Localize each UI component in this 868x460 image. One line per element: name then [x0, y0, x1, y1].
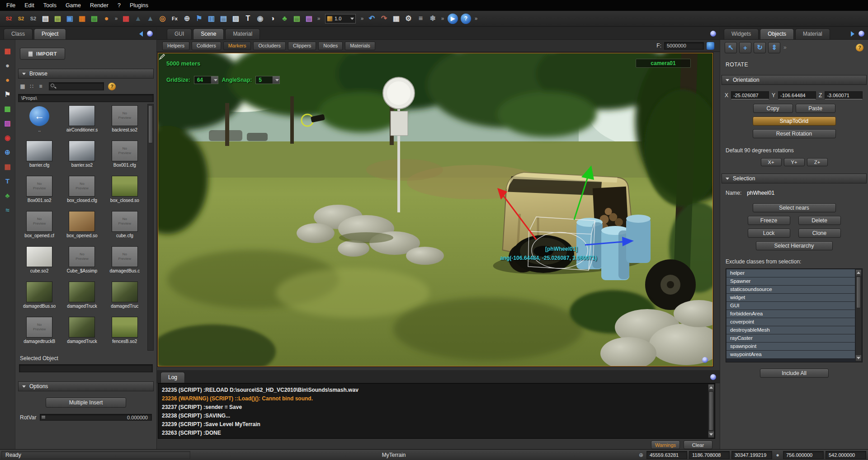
asset-item[interactable]: No Preview Box001.so2 — [18, 174, 61, 210]
far-clip-input[interactable] — [664, 42, 704, 50]
asset-item[interactable]: No Preview cube.cfg — [104, 210, 146, 245]
menu-item[interactable]: Edit — [20, 0, 39, 10]
asset-item[interactable]: No Preview damagedtruckB — [18, 315, 61, 351]
move-tool-icon[interactable]: + — [739, 42, 751, 53]
help-icon[interactable]: ? — [461, 14, 471, 24]
asset-item[interactable]: box_opened.so — [61, 210, 103, 245]
scale-tool-icon[interactable]: ⇕ — [768, 42, 780, 53]
reset-rotation-button[interactable]: Reset Rotation — [753, 129, 836, 138]
exclude-class-item[interactable]: GUI — [726, 302, 855, 310]
scrollbar-thumb[interactable] — [148, 105, 153, 143]
scrollbar-thumb[interactable] — [709, 391, 713, 431]
asset-item[interactable]: No Preview box_opened.cf — [18, 210, 61, 245]
mode-button[interactable]: Colliders — [192, 42, 221, 50]
multiple-insert-button[interactable]: Multiple Insert — [46, 398, 126, 408]
path-field[interactable]: \Props\ — [18, 94, 154, 102]
add-document-icon[interactable]: ▤ — [88, 13, 100, 25]
save-icon[interactable]: ▣ — [64, 13, 76, 25]
asset-item[interactable]: ← .. — [18, 104, 61, 139]
exclude-class-item[interactable]: widget — [726, 294, 855, 301]
menu-item[interactable]: File — [2, 0, 20, 10]
browse-section-header[interactable]: Browse — [18, 69, 154, 79]
asset-item[interactable]: damagedTruck — [61, 280, 103, 315]
select-hierarchy-button[interactable]: Select Hierarchy — [756, 241, 833, 250]
checker-icon[interactable]: ▨ — [230, 13, 242, 25]
exclude-class-item[interactable]: helper — [726, 269, 855, 277]
selected-object-field[interactable] — [19, 364, 153, 372]
flag-bw-icon[interactable]: ⚑ — [2, 89, 13, 100]
exclude-list-scrollbar[interactable] — [855, 269, 862, 361]
tab-scroll-right-icon[interactable] — [851, 31, 854, 37]
asset-item[interactable]: No Preview backrest.so2 — [104, 104, 146, 139]
asset-item[interactable]: box_closed.so — [104, 174, 146, 210]
panel-menu-icon[interactable] — [710, 31, 716, 37]
select-nears-button[interactable]: Select nears — [753, 203, 836, 212]
edit-document-icon[interactable]: ▤ — [52, 13, 64, 25]
render-grid-icon[interactable]: ▦ — [76, 13, 88, 25]
exclude-class-item[interactable]: Spawner — [726, 277, 855, 285]
list-view-icon[interactable]: ≡ — [36, 82, 45, 90]
asset-grid-scrollbar[interactable] — [147, 104, 154, 351]
compass-icon[interactable]: ⊕ — [181, 13, 193, 25]
toolbar-overflow-icon[interactable]: » — [783, 44, 788, 51]
redo-icon[interactable]: ↷ — [378, 13, 390, 25]
browse-help-button[interactable]: ? — [108, 83, 116, 90]
tab[interactable]: Material — [795, 28, 830, 39]
rotate-90-button[interactable]: X+ — [761, 158, 782, 166]
thumbnails-small-icon[interactable]: ∷ — [27, 82, 36, 90]
mode-button[interactable]: Materials — [345, 42, 375, 50]
torus-icon[interactable]: ◎ — [156, 13, 169, 25]
toolbar-separator[interactable]: » — [113, 13, 120, 25]
box-red-icon[interactable]: ▦ — [2, 161, 13, 172]
render-sphere-icon[interactable]: ● — [100, 13, 113, 25]
menu-item[interactable]: Tools — [39, 0, 61, 10]
snowflake-icon[interactable]: ❄ — [427, 13, 439, 25]
text-tool-icon[interactable]: T — [242, 13, 254, 25]
toolbar-separator[interactable]: » — [359, 13, 366, 25]
app-logo-orange-icon[interactable]: S2 — [15, 13, 27, 25]
mode-button[interactable]: Markers — [223, 42, 251, 50]
options-section-header[interactable]: Options — [18, 381, 154, 391]
mode-button[interactable]: Nodes — [318, 42, 343, 50]
asset-item[interactable]: damagedBus.so — [18, 280, 61, 315]
paste-button[interactable]: Paste — [796, 104, 835, 113]
mode-button[interactable]: Clippers — [288, 42, 316, 50]
menu-item[interactable]: Render — [85, 0, 113, 10]
scroll-up-icon[interactable] — [708, 385, 714, 390]
asset-item[interactable]: No Preview Cube_$Assimp — [61, 245, 103, 280]
sphere-orange-icon[interactable]: ● — [2, 74, 13, 85]
select-tool-icon[interactable]: ↖ — [725, 42, 737, 53]
scroll-up-icon[interactable] — [856, 270, 861, 276]
grid-icon[interactable]: ▦ — [390, 13, 402, 25]
tab[interactable]: Objects — [760, 28, 794, 39]
delete-button[interactable]: Delete — [798, 216, 841, 225]
rotvar-slider[interactable]: 0.000000 — [40, 414, 152, 421]
tab[interactable]: Project — [34, 28, 66, 39]
thumbnails-large-icon[interactable]: ▦ — [18, 82, 27, 90]
x-rotation-field[interactable] — [731, 91, 769, 99]
lock-button[interactable]: Lock — [748, 229, 790, 238]
scrollbar-thumb[interactable] — [856, 277, 861, 308]
edit-pen-icon[interactable] — [158, 53, 712, 366]
exclude-class-item[interactable]: spawnpoint — [726, 343, 855, 350]
panel-menu-icon[interactable] — [147, 31, 153, 37]
copy-button[interactable]: Copy — [753, 104, 793, 113]
tab[interactable]: Class — [4, 28, 33, 39]
snap-to-grid-button[interactable]: SnapToGrid — [753, 117, 836, 126]
asset-item[interactable]: barrier.so2 — [61, 139, 103, 174]
rotate-tool-icon[interactable]: ↻ — [754, 42, 766, 53]
search-input[interactable] — [49, 82, 104, 90]
play-icon[interactable]: ▶ — [448, 14, 458, 24]
console-icon[interactable]: ≡ — [415, 13, 427, 25]
clear-button[interactable]: Clear — [684, 441, 712, 449]
asset-item[interactable]: damagedTruc — [104, 280, 146, 315]
toolbar-separator[interactable]: » — [439, 13, 446, 25]
exclude-class-item[interactable]: destroyableMesh — [726, 326, 855, 334]
asset-item[interactable]: damagedTruck — [61, 315, 103, 351]
fx-icon[interactable]: Fx — [169, 13, 181, 25]
exclude-class-item[interactable]: forbiddenArea — [726, 310, 855, 318]
rotvar-slider-handle[interactable] — [41, 415, 46, 419]
asset-item[interactable]: barrier.cfg — [18, 139, 61, 174]
asset-item[interactable]: No Preview damagedBus.c — [104, 245, 146, 280]
viewport-menu-icon[interactable] — [702, 357, 708, 363]
